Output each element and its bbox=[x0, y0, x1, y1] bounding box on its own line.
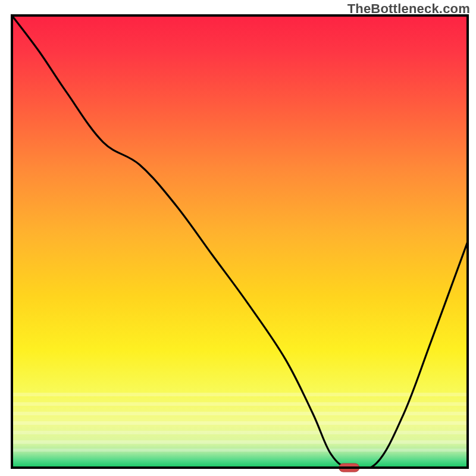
watermark-text: TheBottleneck.com bbox=[347, 1, 470, 17]
gradient-background bbox=[12, 15, 468, 468]
bottleneck-chart bbox=[0, 0, 476, 476]
svg-rect-7 bbox=[12, 449, 468, 452]
svg-rect-2 bbox=[12, 402, 468, 406]
svg-rect-6 bbox=[12, 440, 468, 444]
svg-rect-1 bbox=[12, 393, 468, 396]
chart-container: TheBottleneck.com bbox=[0, 0, 476, 476]
svg-rect-3 bbox=[12, 412, 468, 415]
svg-rect-5 bbox=[12, 431, 468, 434]
